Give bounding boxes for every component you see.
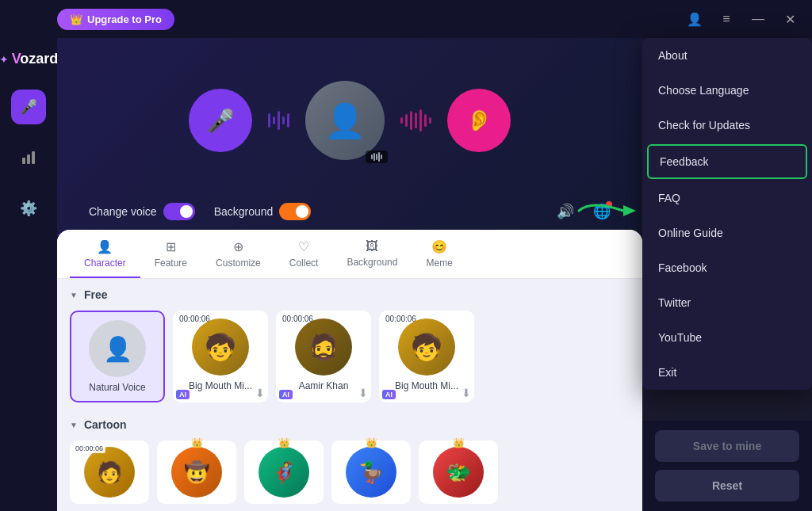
wave-bar	[419, 109, 422, 132]
free-section-label: ▼ Free	[70, 288, 630, 301]
tab-collect[interactable]: ♡ Collect	[275, 230, 333, 278]
free-characters-grid: 👤 Natural Voice 00:00:06 🧒 AI ⬇ Big Mout…	[70, 311, 630, 402]
volume-icon[interactable]: 🔊	[557, 203, 574, 220]
tab-customize[interactable]: ⊕ Customize	[201, 230, 275, 278]
cartoon-card-3[interactable]: 👑 🦸	[244, 440, 324, 504]
download-icon[interactable]: ⬇	[255, 387, 265, 399]
tabs-row: 👤 Character ⊞ Feature ⊕ Customize ♡ Coll…	[57, 230, 642, 279]
menu-item-twitter[interactable]: Twitter	[642, 285, 812, 320]
change-voice-toggle[interactable]	[163, 203, 195, 220]
tab-meme[interactable]: 😊 Meme	[412, 230, 466, 278]
avatar-container: 👤	[305, 81, 385, 160]
crown-icon: 👑	[70, 13, 82, 25]
cartoon-card-1[interactable]: 00:00:06 🧑	[70, 440, 149, 504]
download-icon[interactable]: ⬇	[358, 387, 368, 399]
menu-item-check-updates[interactable]: Check for Updates	[642, 108, 812, 143]
natural-voice-avatar: 👤	[89, 320, 146, 377]
wave-bar	[429, 117, 431, 124]
character-card-bigmouth2[interactable]: 00:00:06 🧒 AI ⬇ Big Mouth Mi...	[379, 311, 474, 402]
menu-item-exit[interactable]: Exit	[642, 355, 812, 390]
tabs-section: 👤 Character ⊞ Feature ⊕ Customize ♡ Coll…	[57, 230, 642, 511]
menu-item-feedback[interactable]: Feedback	[647, 144, 807, 179]
menu-item-facebook[interactable]: Facebook	[642, 250, 812, 285]
avatar: 👤	[305, 81, 385, 160]
character-card-bigmouth1[interactable]: 00:00:06 🧒 AI ⬇ Big Mouth Mi...	[173, 311, 268, 402]
wave-bar	[278, 111, 280, 130]
background-control: Background	[214, 203, 312, 220]
free-section-arrow: ▼	[70, 291, 78, 299]
menu-item-online-guide[interactable]: Online Guide	[642, 215, 812, 250]
microphone-icon: 🎤	[207, 108, 235, 134]
user-icon[interactable]: 👤	[682, 6, 707, 32]
change-voice-control: Change voice	[89, 203, 195, 220]
cartoon-section-arrow: ▼	[70, 421, 78, 429]
character-tab-icon: 👤	[97, 239, 113, 254]
voice-area: 🎤 👤	[57, 38, 642, 196]
collect-tab-icon: ♡	[298, 239, 309, 254]
avatar-mic-badge	[366, 151, 388, 163]
natural-voice-name: Natural Voice	[89, 382, 145, 393]
ear-button[interactable]: 👂	[447, 89, 511, 152]
natural-voice-icon: 👤	[103, 335, 132, 363]
close-button[interactable]: ✕	[777, 6, 802, 32]
meme-tab-label: Meme	[426, 257, 452, 269]
background-label: Background	[214, 205, 274, 218]
upgrade-button[interactable]: 👑 Upgrade to Pro	[57, 9, 174, 30]
cartoon-avatar-1: 🧑	[84, 447, 135, 498]
wave-bar	[400, 117, 403, 124]
wave-bar	[405, 114, 408, 127]
character-card-natural[interactable]: 👤 Natural Voice	[70, 311, 165, 402]
save-to-mine-button[interactable]: Save to mine	[655, 430, 799, 462]
title-bar: 👑 Upgrade to Pro 👤 ≡ — ✕	[0, 0, 812, 38]
menu-icon[interactable]: ≡	[714, 6, 739, 32]
logo-text: Vozard	[12, 51, 59, 67]
sidebar-item-chart[interactable]	[11, 140, 46, 175]
mic-button[interactable]: 🎤	[189, 89, 252, 152]
cartoon-card-4[interactable]: 👑 🦆	[331, 440, 411, 504]
right-waves	[385, 109, 447, 132]
sidebar: ✦ Vozard 🎤 ⚙️	[0, 38, 57, 511]
ai-badge: AI	[279, 390, 293, 399]
tab-character[interactable]: 👤 Character	[70, 230, 140, 278]
aamir-name: Aamir Khan	[299, 380, 349, 391]
menu-item-youtube[interactable]: YouTube	[642, 320, 812, 355]
customize-tab-label: Customize	[216, 257, 261, 269]
crown-icon: 👑	[191, 437, 203, 448]
tab-background[interactable]: 🖼 Background	[332, 230, 412, 278]
timer-sm: 00:00:06	[73, 444, 105, 453]
customize-tab-icon: ⊕	[233, 239, 243, 254]
character-tab-label: Character	[84, 257, 126, 269]
background-tab-label: Background	[347, 257, 397, 268]
wave-bar	[273, 116, 275, 124]
sidebar-item-settings[interactable]: ⚙️	[11, 191, 46, 226]
main-content: 🎤 👤	[57, 38, 642, 511]
character-content: ▼ Free 👤 Natural Voice 00:00:06 🧒	[57, 279, 642, 511]
bigmouth2-avatar: 🧒	[398, 318, 455, 376]
feature-tab-label: Feature	[155, 257, 187, 269]
download-icon[interactable]: ⬇	[462, 387, 471, 399]
wave-bar	[415, 112, 417, 128]
cartoon-avatar-3: 🦸	[259, 447, 309, 498]
logo-star-icon: ✦	[0, 53, 9, 66]
feature-tab-icon: ⊞	[166, 239, 176, 254]
left-waves	[252, 111, 305, 130]
menu-item-choose-language[interactable]: Choose Language	[642, 73, 812, 108]
wave-bar	[410, 111, 412, 130]
background-toggle[interactable]	[279, 203, 311, 220]
menu-item-faq[interactable]: FAQ	[642, 181, 812, 215]
cartoon-card-2[interactable]: 👑 🤠	[157, 440, 236, 504]
wave-bar	[282, 116, 285, 124]
minimize-button[interactable]: —	[745, 6, 771, 32]
cartoon-card-5[interactable]: 👑 🐲	[419, 440, 498, 504]
free-label-text: Free	[84, 288, 108, 301]
ear-icon: 👂	[466, 109, 492, 133]
sidebar-item-mic[interactable]: 🎤	[11, 90, 46, 124]
character-card-aamir[interactable]: 00:00:06 🧔 AI ⬇ Aamir Khan	[276, 311, 371, 402]
cartoon-avatar-5: 🐲	[433, 447, 484, 498]
background-tab-icon: 🖼	[366, 239, 378, 254]
reset-button[interactable]: Reset	[655, 470, 799, 501]
aamir-avatar: 🧔	[295, 318, 352, 376]
tab-feature[interactable]: ⊞ Feature	[140, 230, 201, 278]
feedback-arrow	[576, 196, 639, 225]
menu-item-about[interactable]: About	[642, 38, 812, 73]
